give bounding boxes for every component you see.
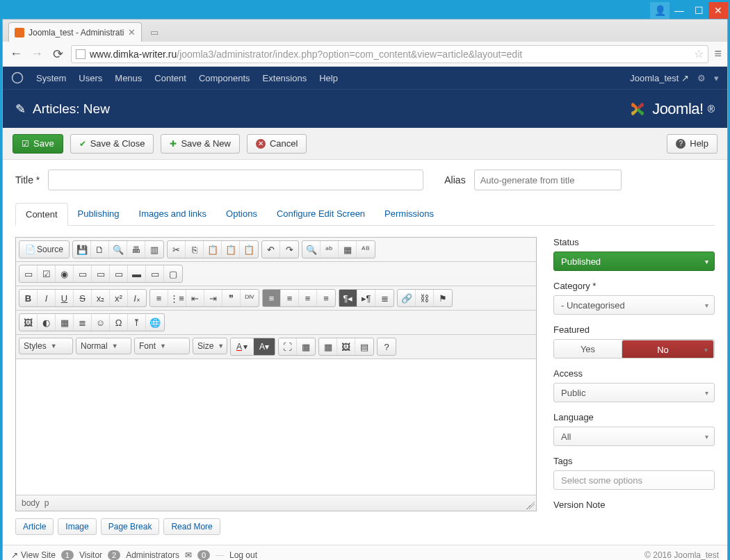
editor-select-icon[interactable]: ▭ — [110, 265, 128, 282]
menu-help[interactable]: Help — [319, 73, 338, 83]
editor-textfield-icon[interactable]: ▭ — [74, 265, 92, 282]
language-select[interactable]: All — [553, 427, 715, 446]
editor-align-justify-icon[interactable]: ≡ — [317, 290, 335, 306]
menu-extensions[interactable]: Extensions — [263, 73, 307, 83]
editor-save-icon[interactable]: 💾 — [73, 241, 91, 258]
editor-textarea-icon[interactable]: ▭ — [92, 265, 110, 282]
editor-numberlist-icon[interactable]: ≡ — [150, 290, 168, 306]
bookmark-icon[interactable]: ☆ — [694, 47, 704, 60]
cancel-button[interactable]: ✕Cancel — [247, 134, 307, 154]
editor-source-button[interactable]: 📄 Source — [19, 241, 69, 258]
editor-maximize-icon[interactable]: ⛶ — [279, 338, 297, 355]
editor-size-select[interactable]: Size▼ — [193, 338, 227, 354]
editor-bold-icon[interactable]: B — [19, 290, 38, 306]
editor-image-icon[interactable]: 🖼 — [19, 314, 38, 331]
help-button[interactable]: ?Help — [667, 134, 717, 154]
title-input[interactable] — [48, 170, 423, 190]
editor-find-icon[interactable]: 🔍 — [302, 241, 321, 258]
editor-button-icon[interactable]: ▬ — [128, 265, 146, 282]
editor-language-icon[interactable]: ≣ — [375, 290, 394, 306]
editor-subscript-icon[interactable]: x₂ — [92, 290, 110, 306]
tags-input[interactable]: Select some options — [553, 470, 715, 490]
editor-hr-icon[interactable]: ≣ — [74, 314, 92, 331]
tab-configure-edit[interactable]: Configure Edit Screen — [267, 203, 375, 225]
reload-button[interactable]: ⟳ — [50, 47, 65, 62]
featured-no[interactable]: No — [622, 340, 714, 359]
editor-imagebutton-icon[interactable]: ▭ — [146, 265, 164, 282]
editor-resize-handle[interactable] — [526, 501, 535, 509]
menu-users[interactable]: Users — [79, 73, 102, 83]
editor-textcolor-icon[interactable]: A▾ — [231, 338, 254, 355]
editor-selectall-icon[interactable]: ▦ — [339, 241, 357, 258]
editor-specialchar-icon[interactable]: Ω — [110, 314, 128, 331]
editor-form-icon[interactable]: ▭ — [19, 265, 38, 282]
editor-radio-icon[interactable]: ◉ — [56, 265, 74, 282]
gear-icon[interactable]: ⚙ — [697, 73, 706, 83]
editor-align-center-icon[interactable]: ≡ — [281, 290, 299, 306]
insert-pagebreak-button[interactable]: Page Break — [101, 518, 160, 535]
featured-toggle[interactable]: Yes No — [553, 339, 715, 359]
editor-replace-icon[interactable]: ᵃᵇ — [321, 241, 339, 258]
editor-div-icon[interactable]: ᴰᴵⱽ — [241, 290, 259, 306]
editor-smiley-icon[interactable]: ☺ — [92, 314, 110, 331]
editor-outdent-icon[interactable]: ⇤ — [186, 290, 204, 306]
window-user-button[interactable]: 👤 — [650, 2, 670, 19]
logout-link[interactable]: Log out — [229, 550, 257, 560]
insert-article-button[interactable]: Article — [15, 518, 54, 535]
editor-hidden-icon[interactable]: ▢ — [164, 265, 182, 282]
editor-italic-icon[interactable]: I — [38, 290, 56, 306]
insert-readmore-button[interactable]: Read More — [163, 518, 220, 535]
editor-strike-icon[interactable]: S — [74, 290, 92, 306]
editor-align-left-icon[interactable]: ≡ — [263, 290, 281, 306]
editor-removeformat-icon[interactable]: Iₓ — [128, 290, 146, 306]
editor-styles-select[interactable]: Styles▼ — [19, 338, 73, 354]
access-select[interactable]: Public — [553, 383, 715, 402]
menu-system[interactable]: System — [36, 73, 66, 83]
window-maximize-button[interactable]: ☐ — [689, 2, 708, 19]
tab-close-icon[interactable]: ✕ — [128, 27, 136, 38]
editor-about-icon[interactable]: ? — [378, 338, 396, 355]
browser-menu-button[interactable]: ≡ — [714, 47, 722, 61]
url-input[interactable]: www.dimka-writer.ru/joomla3/administrato… — [71, 45, 708, 63]
insert-image-button[interactable]: Image — [58, 518, 96, 535]
editor-bgcolor-icon[interactable]: A▾ — [254, 338, 275, 355]
tab-options[interactable]: Options — [216, 203, 267, 225]
editor-bulletlist-icon[interactable]: ⋮≡ — [168, 290, 186, 306]
tab-content[interactable]: Content — [15, 203, 68, 226]
editor-anchor-icon[interactable]: ⚑ — [434, 290, 452, 306]
editor-flash-icon[interactable]: ◐ — [38, 314, 56, 331]
save-button[interactable]: ☑Save — [13, 134, 63, 154]
editor-redo-icon[interactable]: ↷ — [280, 241, 298, 258]
editor-pagebreak-icon[interactable]: ⤒ — [128, 314, 146, 331]
tab-publishing[interactable]: Publishing — [68, 203, 129, 225]
menu-components[interactable]: Components — [199, 73, 250, 83]
editor-print-icon[interactable]: 🖶 — [127, 241, 145, 258]
editor-rtl-icon[interactable]: ▸¶ — [357, 290, 375, 306]
editor-preview-icon[interactable]: 🔍 — [109, 241, 127, 258]
browser-tab[interactable]: Joomla_test - Administrati ✕ — [8, 22, 142, 42]
editor-undo-icon[interactable]: ↶ — [262, 241, 280, 258]
editor-format-select[interactable]: Normal▼ — [76, 338, 131, 354]
editor-superscript-icon[interactable]: x² — [110, 290, 128, 306]
editor-underline-icon[interactable]: U — [56, 290, 74, 306]
editor-blockquote-icon[interactable]: ❞ — [222, 290, 241, 306]
category-select[interactable]: - Uncategorised — [553, 295, 715, 315]
editor-font-select[interactable]: Font▼ — [134, 338, 190, 354]
new-tab-button[interactable]: ▭ — [146, 25, 163, 39]
editor-paste-word-icon[interactable]: 📋 — [240, 241, 258, 258]
alias-input[interactable] — [474, 170, 622, 190]
editor-checkbox-icon[interactable]: ☑ — [38, 265, 56, 282]
user-dropdown-icon[interactable]: ▾ — [714, 73, 719, 83]
editor-paste-icon[interactable]: 📋 — [204, 241, 222, 258]
editor-ext2-icon[interactable]: 🖼 — [337, 338, 355, 355]
forward-button[interactable]: → — [29, 47, 44, 61]
editor-newpage-icon[interactable]: 🗋 — [91, 241, 109, 258]
back-button[interactable]: ← — [8, 47, 24, 61]
editor-unlink-icon[interactable]: ⛓ — [416, 290, 434, 306]
editor-table-icon[interactable]: ▦ — [56, 314, 74, 331]
status-select[interactable]: Published — [553, 252, 715, 271]
window-minimize-button[interactable]: — — [670, 2, 689, 19]
menu-content[interactable]: Content — [154, 73, 186, 83]
featured-yes[interactable]: Yes — [554, 340, 622, 358]
menu-menus[interactable]: Menus — [115, 73, 142, 83]
